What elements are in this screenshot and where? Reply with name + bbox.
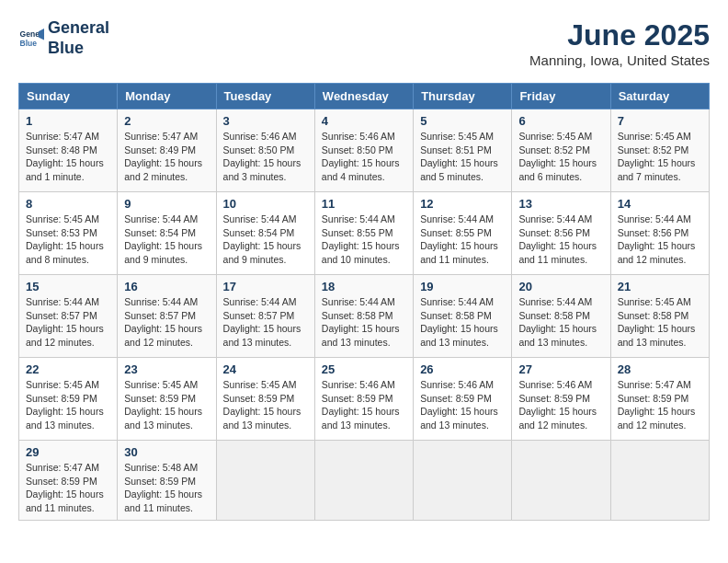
day-number: 29 — [26, 445, 110, 459]
table-row — [314, 441, 413, 521]
col-thursday: Thursday — [414, 84, 512, 109]
calendar-header-row: Sunday Monday Tuesday Wednesday Thursday… — [19, 84, 710, 109]
day-info: Sunrise: 5:47 AMSunset: 8:59 PMDaylight:… — [618, 378, 702, 432]
month-title: June 2025 — [529, 18, 710, 52]
svg-text:Blue: Blue — [20, 38, 38, 47]
table-row: 14Sunrise: 5:44 AMSunset: 8:56 PMDayligh… — [610, 192, 709, 275]
table-row: 17Sunrise: 5:44 AMSunset: 8:57 PMDayligh… — [216, 275, 314, 358]
logo-icon: General Blue — [18, 26, 44, 52]
table-row — [216, 441, 314, 521]
day-number: 13 — [518, 197, 603, 211]
table-row: 30Sunrise: 5:48 AMSunset: 8:59 PMDayligh… — [118, 441, 216, 521]
table-row: 26Sunrise: 5:46 AMSunset: 8:59 PMDayligh… — [414, 358, 512, 441]
logo-text: General Blue — [48, 18, 109, 58]
day-info: Sunrise: 5:46 AMSunset: 8:59 PMDaylight:… — [420, 378, 505, 432]
day-number: 14 — [618, 197, 702, 211]
day-info: Sunrise: 5:44 AMSunset: 8:55 PMDaylight:… — [322, 213, 406, 267]
col-wednesday: Wednesday — [314, 84, 413, 109]
table-row: 29Sunrise: 5:47 AMSunset: 8:59 PMDayligh… — [19, 441, 118, 521]
col-monday: Monday — [118, 84, 216, 109]
day-number: 28 — [618, 362, 702, 376]
day-number: 23 — [124, 362, 209, 376]
table-row: 16Sunrise: 5:44 AMSunset: 8:57 PMDayligh… — [118, 275, 216, 358]
day-info: Sunrise: 5:47 AMSunset: 8:49 PMDaylight:… — [124, 130, 209, 184]
table-row: 18Sunrise: 5:44 AMSunset: 8:58 PMDayligh… — [314, 275, 413, 358]
day-info: Sunrise: 5:44 AMSunset: 8:58 PMDaylight:… — [420, 295, 505, 350]
day-info: Sunrise: 5:48 AMSunset: 8:59 PMDaylight:… — [124, 461, 209, 515]
table-row: 1Sunrise: 5:47 AMSunset: 8:48 PMDaylight… — [19, 109, 118, 192]
day-info: Sunrise: 5:44 AMSunset: 8:54 PMDaylight:… — [124, 213, 209, 267]
day-info: Sunrise: 5:44 AMSunset: 8:58 PMDaylight:… — [322, 295, 406, 350]
table-row: 12Sunrise: 5:44 AMSunset: 8:55 PMDayligh… — [414, 192, 512, 275]
table-row: 21Sunrise: 5:45 AMSunset: 8:58 PMDayligh… — [610, 275, 709, 358]
table-row: 25Sunrise: 5:46 AMSunset: 8:59 PMDayligh… — [314, 358, 413, 441]
day-number: 27 — [518, 362, 603, 376]
table-row: 11Sunrise: 5:44 AMSunset: 8:55 PMDayligh… — [314, 192, 413, 275]
day-info: Sunrise: 5:45 AMSunset: 8:52 PMDaylight:… — [618, 130, 702, 184]
table-row: 19Sunrise: 5:44 AMSunset: 8:58 PMDayligh… — [414, 275, 512, 358]
day-number: 8 — [26, 197, 110, 211]
day-info: Sunrise: 5:44 AMSunset: 8:57 PMDaylight:… — [26, 295, 110, 350]
day-number: 12 — [420, 197, 505, 211]
day-info: Sunrise: 5:45 AMSunset: 8:53 PMDaylight:… — [26, 213, 110, 267]
table-row — [610, 441, 709, 521]
day-info: Sunrise: 5:45 AMSunset: 8:59 PMDaylight:… — [223, 378, 308, 432]
day-number: 10 — [223, 197, 308, 211]
calendar-table: Sunday Monday Tuesday Wednesday Thursday… — [18, 83, 710, 521]
day-info: Sunrise: 5:45 AMSunset: 8:59 PMDaylight:… — [124, 378, 209, 432]
day-number: 19 — [420, 280, 505, 293]
table-row: 22Sunrise: 5:45 AMSunset: 8:59 PMDayligh… — [19, 358, 118, 441]
table-row: 24Sunrise: 5:45 AMSunset: 8:59 PMDayligh… — [216, 358, 314, 441]
col-sunday: Sunday — [19, 84, 118, 109]
table-row: 20Sunrise: 5:44 AMSunset: 8:58 PMDayligh… — [512, 275, 610, 358]
col-saturday: Saturday — [610, 84, 709, 109]
location-title: Manning, Iowa, United States — [529, 52, 710, 68]
day-info: Sunrise: 5:45 AMSunset: 8:58 PMDaylight:… — [618, 295, 702, 350]
day-number: 7 — [618, 114, 702, 128]
day-number: 21 — [618, 280, 702, 293]
table-row — [512, 441, 610, 521]
day-number: 4 — [322, 114, 406, 128]
day-info: Sunrise: 5:47 AMSunset: 8:59 PMDaylight:… — [26, 461, 110, 515]
day-info: Sunrise: 5:46 AMSunset: 8:50 PMDaylight:… — [322, 130, 406, 184]
day-number: 17 — [223, 280, 308, 293]
col-friday: Friday — [512, 84, 610, 109]
day-number: 2 — [124, 114, 209, 128]
day-info: Sunrise: 5:44 AMSunset: 8:57 PMDaylight:… — [124, 295, 209, 350]
day-info: Sunrise: 5:44 AMSunset: 8:54 PMDaylight:… — [223, 213, 308, 267]
day-number: 20 — [518, 280, 603, 293]
table-row: 27Sunrise: 5:46 AMSunset: 8:59 PMDayligh… — [512, 358, 610, 441]
table-row: 4Sunrise: 5:46 AMSunset: 8:50 PMDaylight… — [314, 109, 413, 192]
table-row: 28Sunrise: 5:47 AMSunset: 8:59 PMDayligh… — [610, 358, 709, 441]
day-number: 9 — [124, 197, 209, 211]
page-header: General Blue General Blue June 2025 Mann… — [18, 18, 710, 68]
day-info: Sunrise: 5:45 AMSunset: 8:59 PMDaylight:… — [26, 378, 110, 432]
day-number: 3 — [223, 114, 308, 128]
title-block: June 2025 Manning, Iowa, United States — [529, 18, 710, 68]
day-info: Sunrise: 5:45 AMSunset: 8:51 PMDaylight:… — [420, 130, 505, 184]
table-row: 23Sunrise: 5:45 AMSunset: 8:59 PMDayligh… — [118, 358, 216, 441]
table-row: 15Sunrise: 5:44 AMSunset: 8:57 PMDayligh… — [19, 275, 118, 358]
table-row: 8Sunrise: 5:45 AMSunset: 8:53 PMDaylight… — [19, 192, 118, 275]
day-number: 25 — [322, 362, 406, 376]
table-row: 10Sunrise: 5:44 AMSunset: 8:54 PMDayligh… — [216, 192, 314, 275]
day-info: Sunrise: 5:46 AMSunset: 8:59 PMDaylight:… — [518, 378, 603, 432]
day-info: Sunrise: 5:46 AMSunset: 8:59 PMDaylight:… — [322, 378, 406, 432]
table-row — [414, 441, 512, 521]
table-row: 5Sunrise: 5:45 AMSunset: 8:51 PMDaylight… — [414, 109, 512, 192]
day-number: 22 — [26, 362, 110, 376]
day-number: 18 — [322, 280, 406, 293]
table-row: 3Sunrise: 5:46 AMSunset: 8:50 PMDaylight… — [216, 109, 314, 192]
col-tuesday: Tuesday — [216, 84, 314, 109]
day-number: 6 — [518, 114, 603, 128]
day-info: Sunrise: 5:47 AMSunset: 8:48 PMDaylight:… — [26, 130, 110, 184]
day-number: 5 — [420, 114, 505, 128]
table-row: 7Sunrise: 5:45 AMSunset: 8:52 PMDaylight… — [610, 109, 709, 192]
day-info: Sunrise: 5:44 AMSunset: 8:56 PMDaylight:… — [618, 213, 702, 267]
day-info: Sunrise: 5:44 AMSunset: 8:58 PMDaylight:… — [518, 295, 603, 350]
logo: General Blue General Blue — [18, 18, 109, 58]
table-row: 13Sunrise: 5:44 AMSunset: 8:56 PMDayligh… — [512, 192, 610, 275]
day-info: Sunrise: 5:44 AMSunset: 8:55 PMDaylight:… — [420, 213, 505, 267]
day-number: 11 — [322, 197, 406, 211]
day-info: Sunrise: 5:45 AMSunset: 8:52 PMDaylight:… — [518, 130, 603, 184]
